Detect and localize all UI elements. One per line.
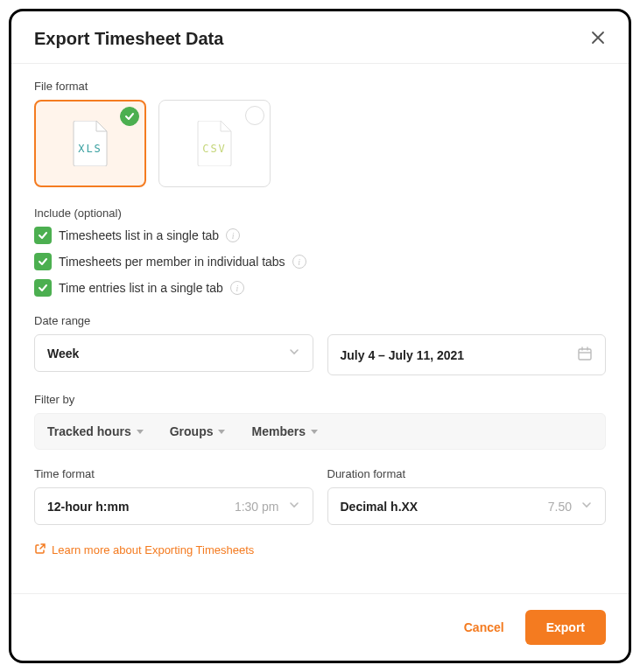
csv-file-icon: CSV [196, 121, 233, 166]
cancel-button[interactable]: Cancel [452, 612, 517, 643]
duration-format-example: 7.50 [548, 500, 572, 514]
learn-more-text: Learn more about Exporting Timesheets [52, 543, 254, 556]
filter-groups[interactable]: Groups [170, 424, 226, 438]
time-format-label: Time format [34, 467, 313, 480]
calendar-icon [577, 346, 593, 364]
xls-file-icon: XLS [72, 121, 109, 166]
caret-down-icon [137, 430, 144, 434]
svg-text:CSV: CSV [202, 143, 227, 155]
checkbox-timesheets-single[interactable] [34, 227, 52, 244]
close-icon[interactable] [590, 30, 606, 49]
checkbox-time-entries[interactable] [34, 279, 52, 297]
caret-down-icon [311, 430, 318, 434]
file-format-csv[interactable]: CSV [158, 100, 271, 187]
info-icon[interactable]: i [226, 228, 240, 242]
learn-more-link[interactable]: Learn more about Exporting Timesheets [34, 542, 606, 557]
chevron-down-icon [580, 499, 593, 514]
duration-format-label: Duration format [327, 467, 607, 480]
date-range-value: July 4 – July 11, 2021 [341, 348, 465, 362]
svg-text:XLS: XLS [78, 143, 102, 155]
export-button[interactable]: Export [525, 610, 606, 645]
file-format-label: File format [34, 80, 606, 93]
chevron-down-icon [288, 499, 300, 514]
modal-header: Export Timesheet Data [11, 11, 629, 64]
time-format-select[interactable]: 12-hour h:mm 1:30 pm [34, 487, 313, 525]
file-format-xls[interactable]: XLS [34, 100, 146, 187]
info-icon[interactable]: i [230, 281, 244, 295]
include-item: Time entries list in a single tab i [34, 279, 606, 297]
include-list: Timesheets list in a single tab i Timesh… [34, 227, 606, 297]
modal-footer: Cancel Export [11, 593, 629, 661]
radio-unselected-icon [245, 106, 264, 125]
time-format-value: 12-hour h:mm [47, 500, 235, 514]
include-item: Timesheets per member in individual tabs… [34, 253, 606, 270]
info-icon[interactable]: i [292, 255, 306, 269]
svg-rect-2 [579, 349, 591, 360]
checkbox-timesheets-per-member[interactable] [34, 253, 52, 270]
filter-tracked-hours[interactable]: Tracked hours [47, 424, 144, 438]
external-link-icon [34, 542, 46, 557]
duration-format-select[interactable]: Decimal h.XX 7.50 [327, 487, 607, 525]
modal-title: Export Timesheet Data [34, 29, 223, 49]
include-item-label: Time entries list in a single tab [59, 281, 223, 295]
duration-format-value: Decimal h.XX [341, 500, 548, 514]
check-icon [120, 107, 139, 126]
include-item-label: Timesheets per member in individual tabs [59, 255, 285, 269]
chevron-down-icon [288, 346, 300, 360]
date-range-picker[interactable]: July 4 – July 11, 2021 [327, 334, 607, 375]
include-item: Timesheets list in a single tab i [34, 227, 606, 244]
date-range-label: Date range [34, 314, 606, 327]
filter-label: Filter by [34, 393, 606, 406]
date-range-preset-select[interactable]: Week [34, 334, 313, 372]
include-label: Include (optional) [34, 206, 606, 220]
date-range-preset-value: Week [47, 346, 79, 360]
file-format-group: XLS CSV [34, 100, 606, 187]
time-format-example: 1:30 pm [235, 500, 279, 514]
caret-down-icon [218, 430, 225, 434]
export-modal: Export Timesheet Data File format XLS [9, 9, 631, 663]
include-item-label: Timesheets list in a single tab [59, 228, 219, 242]
filter-bar: Tracked hours Groups Members [34, 413, 606, 450]
filter-members[interactable]: Members [251, 424, 317, 438]
modal-body: File format XLS CSV [11, 64, 629, 593]
